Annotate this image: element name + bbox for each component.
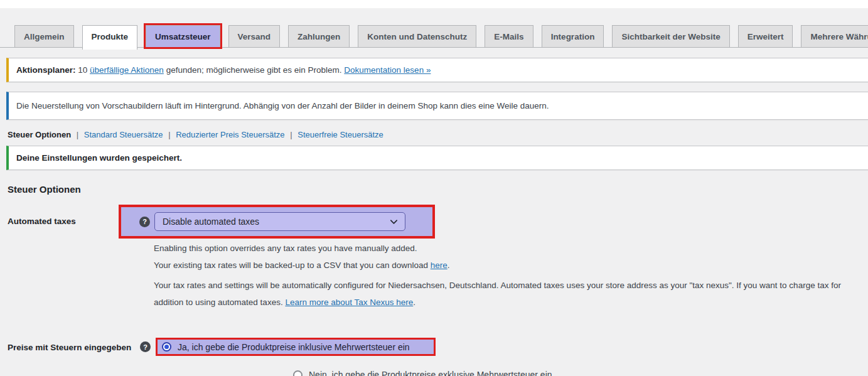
help-icon[interactable]: ? [139, 217, 150, 227]
radio-prices-excl-tax-label[interactable]: Nein, ich gebe die Produktpreise exklusi… [309, 370, 552, 376]
annotation-box-prices-incl-tax: Ja, ich gebe die Produktpreise inklusive… [156, 338, 436, 356]
warning-notice-text1: 10 [76, 65, 90, 75]
documentation-link[interactable]: Dokumentation lesen » [344, 65, 431, 75]
chevron-down-icon [389, 217, 399, 227]
automated-taxes-desc-1: Enabling this option overrides any tax r… [154, 242, 868, 255]
subnav-standard-steuersaetze[interactable]: Standard Steuersätze [84, 130, 163, 139]
overdue-actions-link[interactable]: überfällige Aktionen [90, 65, 164, 75]
prices-with-tax-row: Preise mit Steuern eingegeben ? Ja, ich … [0, 338, 868, 376]
action-scheduler-warning-notice: Aktionsplaner: 10 überfällige Aktionen g… [6, 58, 868, 82]
radio-selected-dot [164, 345, 169, 349]
subnav-separator: | [290, 130, 292, 139]
radio-prices-incl-tax-label[interactable]: Ja, ich gebe die Produktpreise inklusive… [178, 342, 410, 352]
desc-2-period: . [447, 261, 450, 270]
warning-notice-prefix: Aktionsplaner: [16, 65, 76, 75]
subnav-steuerfreie-steuersaetze[interactable]: Steuerfreie Steuersätze [297, 130, 383, 139]
tab-mehrere-waehrungen[interactable]: Mehrere Währungen [801, 25, 868, 47]
radio-prices-excl-tax[interactable] [293, 370, 303, 376]
tab-umsatzsteuer[interactable]: Umsatzsteuer [146, 25, 220, 47]
automated-taxes-desc-4: addition to using automated taxes. Learn… [154, 296, 868, 309]
automated-taxes-desc-3: Your tax rates and settings will be auto… [154, 279, 868, 292]
tab-erweitert[interactable]: Erweitert [738, 25, 793, 47]
tab-sichtbarkeit-der-website[interactable]: Sichtbarkeit der Website [612, 25, 729, 47]
tab-produkte[interactable]: Produkte [82, 25, 138, 50]
tab-allgemein[interactable]: Allgemein [14, 25, 74, 47]
subnav-reduzierter-preis-steuersaetze[interactable]: Reduzierter Preis Steuersätze [176, 130, 284, 139]
tab-integration[interactable]: Integration [542, 25, 604, 47]
tab-zahlungen[interactable]: Zahlungen [288, 25, 350, 47]
subnav-steuer-optionen: Steuer Optionen [8, 130, 71, 139]
subnav-separator: | [168, 130, 170, 139]
tax-nexus-link[interactable]: Learn more about Tax Nexus here [285, 298, 413, 307]
info-notice-text: Die Neuerstellung von Vorschaubildern lä… [16, 101, 549, 110]
automated-taxes-row: Automated taxes ? Disable automated taxe… [0, 205, 868, 309]
help-icon[interactable]: ? [140, 341, 151, 352]
automated-taxes-control: ? Disable automated taxes Enabling this … [139, 205, 868, 309]
success-notice-text: Deine Einstellungen wurden gespeichert. [16, 153, 182, 163]
prices-with-tax-control: ? Ja, ich gebe die Produktpreise inklusi… [139, 338, 868, 376]
desc-4-text: addition to using automated taxes. [154, 298, 285, 307]
thumbnail-regeneration-notice: Die Neuerstellung von Vorschaubildern lä… [6, 92, 868, 120]
settings-tab-bar: Allgemein Produkte Umsatzsteuer Versand … [0, 8, 868, 48]
tab-konten-und-datenschutz[interactable]: Konten und Datenschutz [358, 25, 476, 47]
desc-2-text: Your existing tax rates will be backed-u… [154, 261, 431, 270]
tab-e-mails[interactable]: E-Mails [485, 25, 533, 47]
settings-saved-notice: Deine Einstellungen wurden gespeichert. [6, 146, 868, 170]
desc-4-period: . [413, 298, 415, 307]
radio-prices-incl-tax[interactable] [162, 342, 171, 352]
automated-taxes-desc-2: Your existing tax rates will be backed-u… [154, 259, 868, 272]
annotation-box-automated-taxes: ? Disable automated taxes [119, 205, 435, 239]
prices-with-tax-label: Preise mit Steuern eingegeben [0, 338, 139, 353]
settings-page: Allgemein Produkte Umsatzsteuer Versand … [0, 8, 868, 376]
page-title: Steuer Optionen [8, 184, 868, 195]
warning-notice-text2: gefunden; möglicherweise gibt es ein Pro… [164, 65, 344, 75]
tab-versand[interactable]: Versand [228, 25, 281, 47]
csv-download-link[interactable]: here [431, 261, 447, 270]
automated-taxes-selected-value: Disable automated taxes [163, 217, 259, 227]
tax-subnav: Steuer Optionen | Standard Steuersätze |… [8, 130, 868, 139]
subnav-separator: | [77, 130, 78, 139]
automated-taxes-select[interactable]: Disable automated taxes [154, 212, 405, 231]
